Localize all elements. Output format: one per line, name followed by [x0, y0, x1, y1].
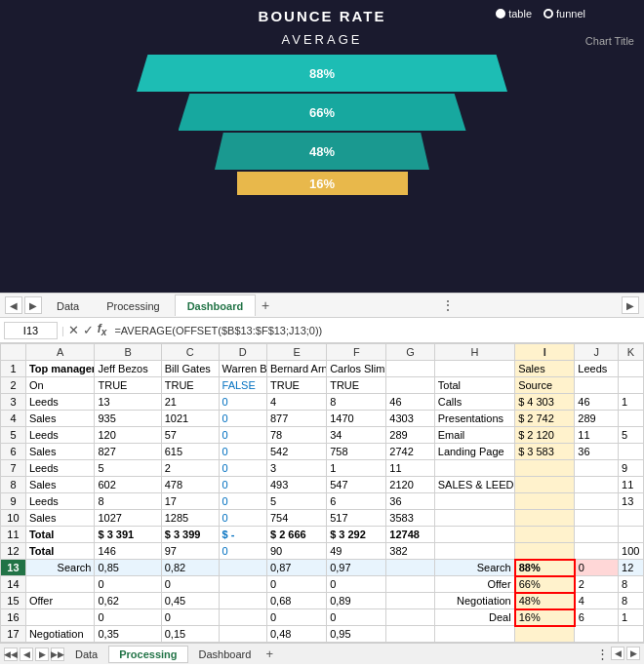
cell-I8[interactable] [515, 477, 575, 493]
cell-H5[interactable]: Email [434, 427, 514, 444]
cell-J3[interactable]: 46 [575, 394, 619, 411]
cell-A4[interactable]: Sales [25, 411, 95, 427]
bottom-nav-next[interactable]: ▶ [35, 647, 49, 661]
cell-G10[interactable]: 3583 [386, 510, 434, 527]
cell-H9[interactable] [434, 493, 514, 510]
cell-E16[interactable]: 0 [266, 609, 326, 626]
cell-A10[interactable]: Sales [25, 510, 95, 527]
bottom-tab-processing[interactable]: Processing [108, 646, 187, 663]
cell-F1[interactable]: Carlos Slim [327, 361, 386, 377]
cell-C7[interactable]: 2 [161, 460, 219, 477]
cell-C1[interactable]: Bill Gates [161, 361, 219, 377]
cell-F11[interactable]: $ 3 292 [327, 527, 386, 543]
cell-C9[interactable]: 17 [161, 493, 219, 510]
cell-B12[interactable]: 146 [95, 543, 161, 560]
cell-F12[interactable]: 49 [327, 543, 386, 560]
cell-I12[interactable] [515, 543, 575, 560]
cell-E12[interactable]: 90 [266, 543, 326, 560]
tab-data-top[interactable]: Data [44, 294, 92, 316]
cell-I1[interactable]: Sales [515, 361, 575, 377]
cell-H8[interactable]: SALES & LEEDS [434, 477, 514, 493]
cell-K6[interactable] [619, 444, 644, 460]
cell-B3[interactable]: 13 [95, 394, 161, 411]
radio-funnel[interactable]: funnel [543, 8, 585, 20]
cell-G9[interactable]: 36 [386, 493, 434, 510]
sheet-dots-top[interactable]: ⋮ [437, 297, 459, 313]
cell-K17[interactable] [619, 626, 644, 643]
cell-J14[interactable]: 2 [575, 576, 619, 593]
col-header-K[interactable]: K [619, 344, 644, 361]
cell-G2[interactable] [386, 377, 434, 394]
cell-C3[interactable]: 21 [161, 394, 219, 411]
cell-K9[interactable]: 13 [619, 493, 644, 510]
cell-K16[interactable]: 1 [619, 609, 644, 626]
cell-A16[interactable] [25, 609, 95, 626]
cell-K11[interactable] [619, 527, 644, 543]
cell-B8[interactable]: 602 [95, 477, 161, 493]
cell-E8[interactable]: 493 [266, 477, 326, 493]
cell-G13[interactable] [386, 560, 434, 576]
cell-C12[interactable]: 97 [161, 543, 219, 560]
cell-H16[interactable]: Deal [434, 609, 514, 626]
cell-K3[interactable]: 1 [619, 394, 644, 411]
bottom-tab-data[interactable]: Data [64, 646, 108, 663]
cell-reference[interactable] [4, 322, 58, 339]
cell-K5[interactable]: 5 [619, 427, 644, 444]
cell-E5[interactable]: 78 [266, 427, 326, 444]
cell-C8[interactable]: 478 [161, 477, 219, 493]
tab-processing-top[interactable]: Processing [94, 294, 172, 316]
cell-J9[interactable] [575, 493, 619, 510]
cell-J10[interactable] [575, 510, 619, 527]
cell-E11[interactable]: $ 2 666 [266, 527, 326, 543]
cell-A13[interactable]: Search [25, 560, 95, 576]
add-sheet-bottom[interactable]: + [262, 647, 277, 661]
cell-B14[interactable]: 0 [95, 576, 161, 593]
cell-B16[interactable]: 0 [95, 609, 161, 626]
cell-B10[interactable]: 1027 [95, 510, 161, 527]
cell-J1[interactable]: Leeds [575, 361, 619, 377]
cell-K8[interactable]: 11 [619, 477, 644, 493]
cell-K7[interactable]: 9 [619, 460, 644, 477]
cell-I13[interactable]: 88% [515, 560, 575, 576]
cell-F17[interactable]: 0,95 [327, 626, 386, 643]
col-header-J[interactable]: J [575, 344, 619, 361]
cell-E15[interactable]: 0,68 [266, 593, 326, 609]
bottom-tab-dashboard[interactable]: Dashboard [188, 646, 262, 663]
cell-C11[interactable]: $ 3 399 [161, 527, 219, 543]
bottom-dots[interactable]: ⋮ [596, 647, 609, 661]
cell-D6[interactable]: 0 [219, 444, 266, 460]
cell-G17[interactable] [386, 626, 434, 643]
cell-A1[interactable]: Top manager [25, 361, 95, 377]
cell-I17[interactable] [515, 626, 575, 643]
cell-H13[interactable]: Search [434, 560, 514, 576]
cell-K14[interactable]: 8 [619, 576, 644, 593]
cell-C17[interactable]: 0,15 [161, 626, 219, 643]
cell-H1[interactable] [434, 361, 514, 377]
confirm-formula-icon[interactable]: ✓ [83, 323, 94, 337]
cell-A3[interactable]: Leeds [25, 394, 95, 411]
cell-D7[interactable]: 0 [219, 460, 266, 477]
cell-I9[interactable] [515, 493, 575, 510]
cell-B11[interactable]: $ 3 391 [95, 527, 161, 543]
cell-D16[interactable] [219, 609, 266, 626]
bottom-scroll-right[interactable]: ▶ [626, 647, 640, 660]
cell-J15[interactable]: 4 [575, 593, 619, 609]
cell-A6[interactable]: Sales [25, 444, 95, 460]
cell-H11[interactable] [434, 527, 514, 543]
cell-E3[interactable]: 4 [266, 394, 326, 411]
cell-C4[interactable]: 1021 [161, 411, 219, 427]
cell-A8[interactable]: Sales [25, 477, 95, 493]
cell-H3[interactable]: Calls [434, 394, 514, 411]
cell-E10[interactable]: 754 [266, 510, 326, 527]
cell-E6[interactable]: 542 [266, 444, 326, 460]
cell-J7[interactable] [575, 460, 619, 477]
cell-H7[interactable] [434, 460, 514, 477]
cell-G7[interactable]: 11 [386, 460, 434, 477]
radio-table[interactable]: table [496, 8, 532, 20]
cell-F13[interactable]: 0,97 [327, 560, 386, 576]
cell-I5[interactable]: $ 2 120 [515, 427, 575, 444]
cell-D13[interactable] [219, 560, 266, 576]
col-header-D[interactable]: D [219, 344, 266, 361]
cell-J8[interactable] [575, 477, 619, 493]
cell-D2[interactable]: FALSE [219, 377, 266, 394]
